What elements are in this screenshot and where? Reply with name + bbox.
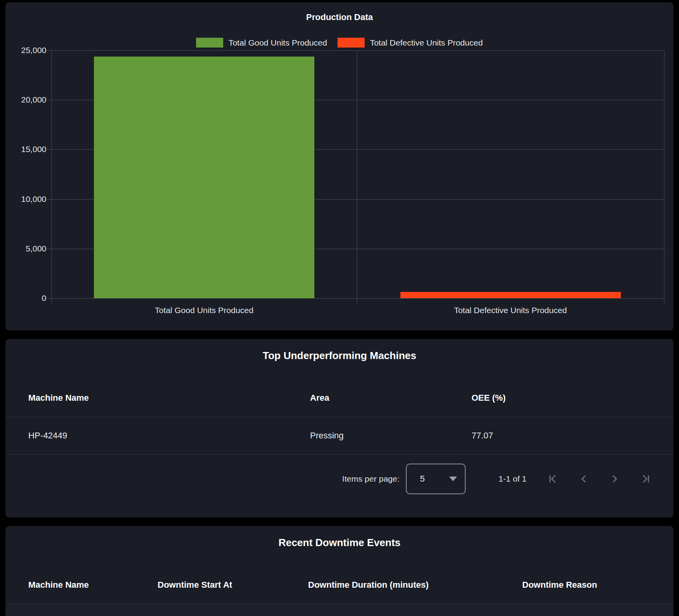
axis-line (664, 50, 664, 304)
last-page-icon (638, 472, 652, 486)
dropdown-arrow-icon (449, 477, 457, 481)
table-header-row: Machine Name Downtime Start At Downtime … (6, 566, 673, 604)
x-axis-category-label: Total Defective Units Produced (393, 306, 628, 315)
table-row: HP-42449Pressing77.07 (6, 417, 673, 455)
axis-line (357, 50, 357, 304)
x-axis-category-label: Total Good Units Produced (86, 306, 322, 315)
grid-line (47, 50, 664, 51)
table-cell: Pressing (310, 431, 472, 441)
chevron-right-icon (607, 472, 622, 486)
page-size-value: 5 (420, 474, 425, 484)
axis-line (51, 50, 52, 304)
production-chart-card: Production Data Total Good Units Produce… (6, 2, 673, 330)
y-axis-tick-label: 0 (6, 293, 46, 303)
table-header-row: Machine Name Area OEE (%) (6, 379, 673, 417)
bar-defective-units[interactable] (400, 292, 621, 298)
column-header-machine-name: Machine Name (6, 393, 310, 403)
first-page-icon (546, 472, 560, 486)
y-axis-tick-label: 20,000 (6, 95, 46, 105)
table-cell: HP-42449 (6, 431, 310, 441)
downtime-events-card: Recent Downtime Events Machine Name Down… (6, 526, 673, 616)
paginator: Items per page: 5 1-1 of 1 (6, 455, 673, 502)
y-axis-tick-label: 5,000 (6, 244, 46, 254)
empty-row-area (6, 604, 673, 616)
page-range-label: 1-1 of 1 (499, 474, 527, 484)
table-cell: 77.07 (472, 431, 673, 441)
next-page-button[interactable] (605, 469, 624, 488)
y-axis-tick-label: 15,000 (6, 144, 46, 154)
column-header-oee: OEE (%) (472, 393, 673, 403)
last-page-button[interactable] (636, 469, 655, 488)
y-axis-tick-label: 25,000 (6, 45, 46, 55)
downtime-events-title: Recent Downtime Events (6, 526, 673, 549)
column-header-downtime-duration: Downtime Duration (minutes) (308, 580, 522, 590)
y-axis-tick-label: 10,000 (6, 194, 46, 204)
column-header-downtime-start: Downtime Start At (158, 580, 308, 590)
bar-good-units[interactable] (94, 57, 314, 298)
chart-plot-area: 05,00010,00015,00020,00025,000Total Good… (6, 2, 673, 330)
underperforming-machines-title: Top Underperforming Machines (6, 339, 673, 362)
dashboard-page: { "chart_data": { "type": "bar", "title"… (0, 0, 679, 616)
items-per-page-select[interactable]: 5 (406, 464, 466, 494)
table-body: HP-42449Pressing77.07 (6, 417, 673, 455)
items-per-page-label: Items per page: (342, 474, 400, 484)
column-header-machine-name: Machine Name (6, 580, 158, 590)
first-page-button[interactable] (544, 469, 563, 488)
column-header-area: Area (310, 393, 472, 403)
underperforming-machines-card: Top Underperforming Machines Machine Nam… (6, 339, 673, 517)
grid-line (47, 298, 664, 299)
chevron-left-icon (577, 472, 591, 486)
previous-page-button[interactable] (574, 469, 593, 488)
column-header-downtime-reason: Downtime Reason (522, 580, 673, 590)
